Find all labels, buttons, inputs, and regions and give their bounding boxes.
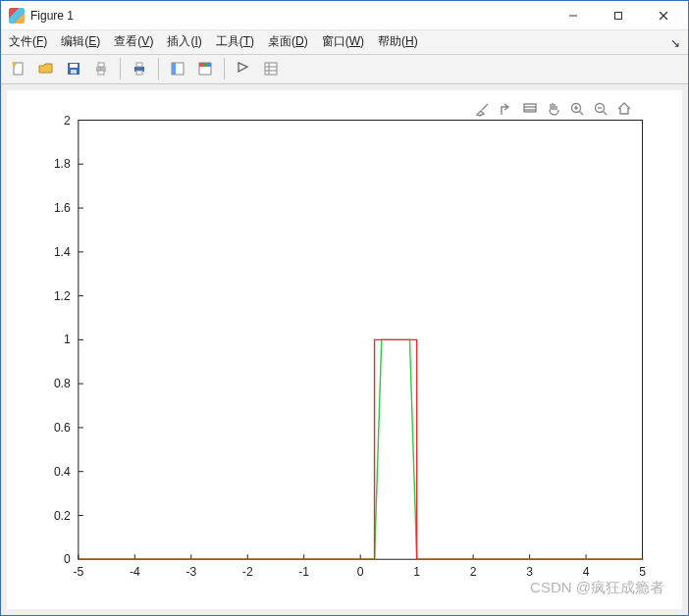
svg-text:0.2: 0.2 [54,508,71,522]
svg-text:0: 0 [357,564,364,578]
new-figure-button[interactable] [7,57,30,80]
svg-rect-10 [98,63,104,67]
svg-text:0.8: 0.8 [54,377,71,390]
data-tips-icon[interactable] [521,100,539,118]
axes-toolbar [474,100,633,118]
axes[interactable]: -5-4-3-2-101234500.20.40.60.811.21.41.61… [7,90,682,609]
svg-text:-2: -2 [242,564,253,578]
menu-f[interactable]: 文件(F) [9,33,47,50]
svg-text:2: 2 [470,564,477,578]
svg-text:1.6: 1.6 [54,201,71,215]
zoom-in-icon[interactable] [568,100,586,118]
svg-rect-16 [172,63,176,75]
print-preview-button[interactable] [128,57,151,80]
svg-text:3: 3 [526,564,533,578]
svg-rect-1 [615,12,622,19]
svg-text:0.6: 0.6 [54,421,71,435]
menu-d[interactable]: 桌面(D) [268,33,308,50]
svg-text:-3: -3 [186,564,196,578]
svg-text:5: 5 [639,564,646,578]
svg-line-29 [580,111,584,115]
toolbar [1,55,688,84]
svg-rect-11 [98,71,104,75]
svg-text:1.2: 1.2 [54,289,71,303]
figure-canvas-wrap: -5-4-3-2-101234500.20.40.60.811.21.41.61… [1,84,688,615]
matlab-icon [9,8,25,24]
close-button[interactable] [641,1,686,30]
svg-rect-21 [265,63,277,75]
window-title: Figure 1 [30,9,74,23]
pan-icon[interactable] [545,100,562,118]
colorbar-button[interactable] [193,57,217,80]
svg-rect-19 [203,63,207,67]
svg-rect-13 [136,63,142,67]
svg-rect-35 [79,120,643,559]
menu-e[interactable]: 编辑(E) [61,33,100,50]
print-button[interactable] [89,57,113,80]
minimize-button[interactable] [551,1,596,30]
svg-rect-20 [207,63,211,67]
svg-text:4: 4 [583,564,590,578]
svg-text:1: 1 [413,564,420,578]
insert-table-button[interactable] [259,57,283,80]
window-controls [551,1,686,30]
svg-text:1.4: 1.4 [54,245,71,259]
home-icon[interactable] [615,100,633,118]
menu-v[interactable]: 查看(V) [114,33,153,50]
menu-h[interactable]: 帮助(H) [378,33,418,50]
svg-text:-1: -1 [298,564,309,578]
rotate-icon[interactable] [498,100,515,118]
svg-text:0: 0 [64,552,71,566]
open-button[interactable] [34,57,58,80]
svg-text:1: 1 [64,333,71,346]
svg-text:2: 2 [64,113,71,127]
svg-text:-4: -4 [130,564,140,578]
titlebar: Figure 1 [1,1,688,30]
svg-rect-25 [524,104,536,112]
svg-text:-5: -5 [73,564,83,578]
menu-w[interactable]: 窗口(W) [322,33,364,50]
edit-plot-button[interactable] [232,57,255,80]
maximize-button[interactable] [596,1,641,30]
brush-icon[interactable] [474,100,492,118]
svg-line-33 [604,111,608,115]
zoom-out-icon[interactable] [592,100,610,118]
figure-canvas: -5-4-3-2-101234500.20.40.60.811.21.41.61… [7,90,682,609]
save-button[interactable] [62,57,85,80]
svg-rect-14 [136,71,142,75]
menu-overflow-icon[interactable]: ↘ [670,36,680,50]
menu-i[interactable]: 插入(I) [167,33,201,50]
svg-text:0.4: 0.4 [54,465,71,479]
figure-window: Figure 1 文件(F)编辑(E)查看(V)插入(I)工具(T)桌面(D)窗… [0,0,689,616]
svg-rect-18 [199,63,203,67]
menu-t[interactable]: 工具(T) [216,33,254,50]
link-data-button[interactable] [166,57,189,80]
svg-text:1.8: 1.8 [54,157,71,171]
menubar: 文件(F)编辑(E)查看(V)插入(I)工具(T)桌面(D)窗口(W)帮助(H)… [1,30,688,55]
svg-rect-7 [70,64,78,68]
svg-rect-8 [71,70,77,74]
